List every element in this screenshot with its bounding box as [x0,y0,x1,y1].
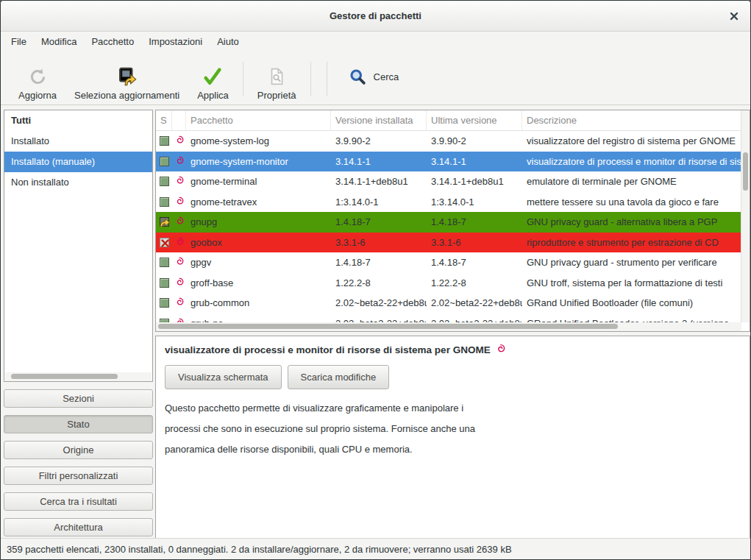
view-button-origine[interactable]: Origine [4,441,153,459]
table-hscrollbar-thumb[interactable] [158,324,618,329]
view-button-filtri-personalizzati[interactable]: Filtri personalizzati [4,467,153,485]
menu-file[interactable]: File [4,33,34,50]
installed-version: 1:3.14.0-1 [331,196,427,208]
column-header-icon[interactable] [172,110,186,130]
apply-check-icon [202,65,224,88]
mark-upgrades-button[interactable]: Seleziona aggiornamenti [65,58,188,101]
installed-version: 1.4.18-7 [331,216,427,227]
refresh-icon [28,65,48,88]
view-button-architettura[interactable]: Architettura [4,518,153,536]
refresh-label: Aggiorna [18,90,57,101]
view-button-sezioni[interactable]: Sezioni [4,389,153,408]
table-vscrollbar-thumb[interactable] [743,152,748,191]
table-hscrollbar[interactable] [156,322,741,331]
debian-swirl-icon [174,297,185,309]
filter-item-non-installato[interactable]: Non installato [4,172,152,193]
package-row-gnome-system-log[interactable]: gnome-system-log3.9.90-23.9.90-2visualiz… [156,131,742,152]
apply-button[interactable]: Applica [188,58,238,101]
titlebar[interactable]: Gestore di pacchetti [1,1,750,32]
status-installed-icon [160,177,169,186]
filter-item-installato[interactable]: Installato [4,131,152,152]
installed-version: 3.14.1-1 [331,156,427,167]
installed-version: 2.02~beta2-22+deb8u1 [331,297,427,308]
column-header-ultima-versione[interactable]: Ultima versione [427,110,522,130]
package-row-goobox[interactable]: goobox3.3.1-63.3.1-6riproduttore e strum… [156,233,742,253]
view-button-cerca-tra-i-risultati[interactable]: Cerca tra i risultati [4,492,153,511]
description-line: panoramica delle risorse disponibili, qu… [165,439,741,460]
package-name: gnome-tetravex [186,196,331,208]
toolbar-separator [243,62,243,96]
column-header-s[interactable]: S [156,110,172,130]
search-button[interactable]: Cerca [343,62,405,91]
properties-button[interactable]: Proprietà [249,58,305,101]
menu-pacchetto[interactable]: Pacchetto [84,33,141,50]
latest-version: 3.14.1-1 [427,156,522,167]
menu-impostazioni[interactable]: Impostazioni [141,33,210,50]
download-changelog-button[interactable]: Scarica modifiche [288,365,390,389]
package-row-gpgv[interactable]: gpgv1.4.18-71.4.18-7GNU privacy guard - … [156,252,742,273]
status-remove-icon [160,238,169,247]
package-row-groff-base[interactable]: groff-base1.22.2-81.22.2-8GNU troff, sis… [156,273,742,294]
mark-upgrades-label: Seleziona aggiornamenti [74,90,179,101]
package-row-gnupg[interactable]: gnupg1.4.18-71.4.18-7GNU privacy guard -… [156,212,742,233]
debian-swirl-icon [174,135,185,147]
column-header-descrizione[interactable]: Descrizione [522,110,742,130]
toolbar: Aggiorna Seleziona aggiornamenti Applica… [1,52,750,105]
package-description: GRand Unified Bootloader (file comuni) [522,297,742,308]
properties-icon [267,65,286,88]
package-row-gnome-tetravex[interactable]: gnome-tetravex1:3.14.0-11:3.14.0-1metter… [156,192,742,213]
latest-version: 1:3.14.0-1 [427,196,522,208]
package-name: gpgv [186,257,331,268]
debian-swirl-icon [174,216,185,228]
installed-version: 1.4.18-7 [331,257,427,268]
package-row-grub-common[interactable]: grub-common2.02~beta2-22+deb8u12.02~beta… [156,293,742,313]
column-header-pacchetto[interactable]: Pacchetto [186,110,331,130]
package-table: SPacchettoVersione installataUltima vers… [155,110,750,332]
status-installed-icon [160,298,169,308]
search-icon [349,68,367,86]
filter-item-installato-manuale[interactable]: Installato (manuale) [4,152,152,172]
package-description: riproduttore e strumento per estrazione … [522,237,742,248]
description-line: Questo pacchetto permette di visualizzar… [165,398,741,419]
package-row-gnome-terminal[interactable]: gnome-terminal3.14.1-1+deb8u13.14.1-1+de… [156,171,742,192]
select-upgrades-icon [117,65,138,88]
column-header-versione-installata[interactable]: Versione installata [331,110,427,130]
installed-version: 1.22.2-8 [331,277,427,288]
status-installed-icon [160,157,169,166]
view-button-stato[interactable]: Stato [4,415,153,433]
latest-version: 3.9.90-2 [427,135,522,146]
description-line: processi che sono in esecuzione sul prop… [165,419,741,439]
package-description: mettere tessere su una tavola da gioco e… [522,196,742,208]
package-name: groff-base [186,277,331,288]
package-name: gnome-terminal [186,176,331,187]
filter-list-hscrollbar-thumb[interactable] [11,374,118,379]
menubar: FileModificaPacchettoImpostazioniAiuto [1,32,750,52]
package-manager-window: Gestore di pacchetti FileModificaPacchet… [0,0,751,560]
close-button[interactable] [725,1,743,31]
latest-version: 1.4.18-7 [427,257,522,268]
debian-swirl-icon [174,196,185,208]
package-description: GNU troff, sistema per la formattazione … [522,277,742,288]
package-description: GNU privacy guard - alternativa libera a… [522,216,742,227]
package-name: grub-common [186,297,331,308]
filter-list-hscrollbar[interactable] [5,372,152,381]
refresh-button[interactable]: Aggiorna [10,58,65,101]
filter-list: TuttiInstallatoInstallato (manuale)Non i… [4,110,153,382]
installed-version: 3.14.1-1+deb8u1 [331,176,427,187]
menu-modifica[interactable]: Modifica [34,33,84,50]
package-description: visualizzatore di processi e monitor di … [522,156,742,167]
view-screenshot-button[interactable]: Visualizza schermata [165,365,282,389]
status-installed-icon [160,136,169,146]
toolbar-separator [310,62,311,96]
table-header: SPacchettoVersione installataUltima vers… [156,110,742,131]
window-title: Gestore di pacchetti [1,1,750,31]
details-pane: visualizzatore di processi e monitor di … [155,336,750,539]
package-description: emulatore di terminale per GNOME [522,176,742,187]
menu-aiuto[interactable]: Aiuto [210,33,246,50]
table-body: gnome-system-log3.9.90-23.9.90-2visualiz… [156,131,750,332]
table-vscrollbar[interactable] [741,110,750,322]
filter-item-tutti[interactable]: Tutti [4,110,152,131]
debian-swirl-icon [174,256,185,269]
package-row-gnome-system-monitor[interactable]: gnome-system-monitor3.14.1-13.14.1-1visu… [156,152,742,172]
package-name: goobox [186,237,331,248]
